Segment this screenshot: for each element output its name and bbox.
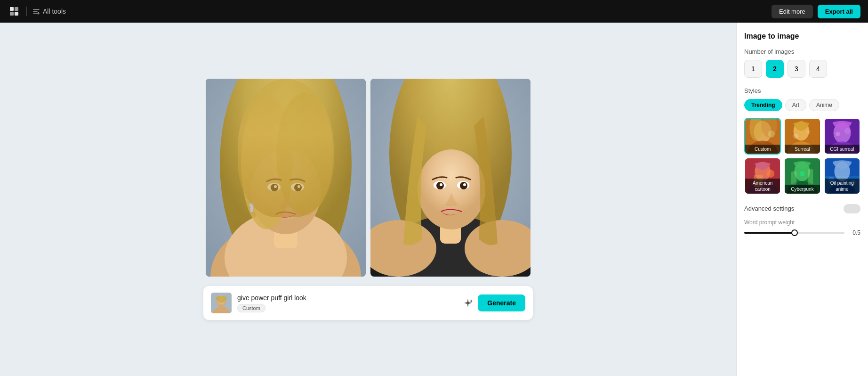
right-panel: Image to image Number of images 1 2 3 4 … bbox=[736, 23, 868, 376]
svg-point-33 bbox=[463, 183, 466, 186]
prompt-text-area: give power puff girl look Custom bbox=[237, 294, 457, 312]
style-card-oil-label: Oil painting anime bbox=[825, 179, 860, 194]
logo-icon[interactable] bbox=[8, 5, 21, 18]
style-card-cgi-surreal[interactable]: CGI surreal bbox=[824, 118, 860, 155]
generate-button[interactable]: Generate bbox=[478, 294, 525, 311]
svg-point-47 bbox=[807, 130, 811, 133]
generated-image-1[interactable] bbox=[206, 79, 366, 277]
svg-point-51 bbox=[836, 132, 840, 136]
all-tools-label: All tools bbox=[43, 8, 66, 15]
prompt-actions: Generate bbox=[463, 294, 525, 311]
svg-point-16 bbox=[274, 185, 277, 188]
sparkle-button[interactable] bbox=[463, 298, 473, 308]
svg-rect-62 bbox=[808, 170, 813, 185]
svg-point-12 bbox=[267, 183, 281, 191]
styles-label: Styles bbox=[744, 87, 860, 94]
num-images-row: 1 2 3 4 bbox=[744, 60, 860, 78]
advanced-settings-toggle[interactable] bbox=[844, 204, 860, 213]
svg-point-46 bbox=[793, 134, 798, 139]
svg-rect-0 bbox=[10, 7, 14, 11]
advanced-settings-label: Advanced settings bbox=[744, 205, 794, 212]
prompt-thumbnail bbox=[211, 293, 232, 313]
main-content: give power puff girl look Custom Generat… bbox=[0, 23, 868, 376]
slider-row: 0.5 bbox=[744, 229, 860, 236]
topbar: All tools Edit more Export all bbox=[0, 0, 868, 23]
style-card-american-label: American cartoon bbox=[745, 179, 780, 194]
svg-point-52 bbox=[844, 128, 850, 134]
style-tab-art[interactable]: Art bbox=[785, 99, 806, 111]
svg-point-13 bbox=[291, 183, 304, 191]
portrait-figure-1 bbox=[206, 79, 366, 277]
slider-value: 0.5 bbox=[849, 229, 860, 236]
topbar-left: All tools bbox=[8, 5, 66, 18]
svg-rect-2 bbox=[10, 12, 14, 16]
svg-point-18 bbox=[249, 203, 254, 207]
number-of-images-label: Number of images bbox=[744, 48, 860, 55]
advanced-settings-row: Advanced settings bbox=[744, 204, 860, 213]
edit-more-button[interactable]: Edit more bbox=[772, 5, 813, 18]
images-row bbox=[206, 79, 530, 277]
prompt-style-badge[interactable]: Custom bbox=[237, 304, 265, 312]
topbar-divider bbox=[26, 7, 27, 16]
svg-rect-1 bbox=[15, 7, 18, 11]
style-tabs: Trending Art Anime bbox=[744, 99, 860, 111]
svg-point-57 bbox=[767, 170, 775, 178]
style-tab-trending[interactable]: Trending bbox=[744, 99, 782, 111]
num-btn-4[interactable]: 4 bbox=[809, 60, 827, 78]
slider-fill bbox=[744, 232, 795, 234]
svg-rect-3 bbox=[15, 12, 18, 16]
style-card-custom-label: Custom bbox=[745, 145, 780, 154]
style-card-american-cartoon[interactable]: American cartoon bbox=[744, 157, 781, 194]
style-card-custom[interactable]: Custom bbox=[744, 118, 781, 155]
style-card-surreal-label: Surreal bbox=[785, 145, 820, 154]
topbar-right: Edit more Export all bbox=[772, 5, 860, 18]
prompt-text: give power puff girl look bbox=[237, 294, 457, 302]
export-all-button[interactable]: Export all bbox=[818, 5, 860, 18]
canvas-area: give power puff girl look Custom Generat… bbox=[0, 23, 736, 376]
styles-grid: Custom Surreal bbox=[744, 118, 860, 195]
style-card-surreal[interactable]: Surreal bbox=[784, 118, 820, 155]
portrait-figure-2 bbox=[370, 79, 530, 277]
all-tools-button[interactable]: All tools bbox=[32, 8, 66, 15]
style-card-cyberpunk[interactable]: Cyberpunk bbox=[784, 157, 820, 194]
svg-point-17 bbox=[297, 185, 300, 188]
svg-rect-19 bbox=[250, 207, 253, 212]
prompt-bar: give power puff girl look Custom Generat… bbox=[203, 286, 533, 320]
num-btn-1[interactable]: 1 bbox=[744, 60, 762, 78]
num-btn-2[interactable]: 2 bbox=[766, 60, 784, 78]
panel-title: Image to image bbox=[744, 32, 860, 41]
svg-rect-61 bbox=[791, 172, 796, 185]
style-card-cgi-label: CGI surreal bbox=[825, 145, 860, 154]
svg-point-11 bbox=[276, 93, 333, 215]
svg-point-42 bbox=[768, 131, 775, 138]
svg-point-10 bbox=[241, 98, 293, 229]
slider-track[interactable] bbox=[744, 232, 844, 234]
word-prompt-weight-label: Word prompt weight bbox=[744, 219, 860, 226]
num-btn-3[interactable]: 3 bbox=[788, 60, 805, 78]
svg-point-14 bbox=[271, 184, 278, 191]
slider-thumb[interactable] bbox=[791, 229, 798, 236]
svg-point-32 bbox=[440, 183, 442, 186]
style-tab-anime[interactable]: Anime bbox=[809, 99, 839, 111]
svg-point-27 bbox=[418, 149, 485, 229]
generated-image-2[interactable] bbox=[370, 79, 530, 277]
svg-point-15 bbox=[294, 184, 302, 191]
style-card-oil-painting[interactable]: Oil painting anime bbox=[824, 157, 860, 194]
svg-point-63 bbox=[800, 171, 805, 176]
style-card-cyberpunk-label: Cyberpunk bbox=[785, 185, 820, 194]
